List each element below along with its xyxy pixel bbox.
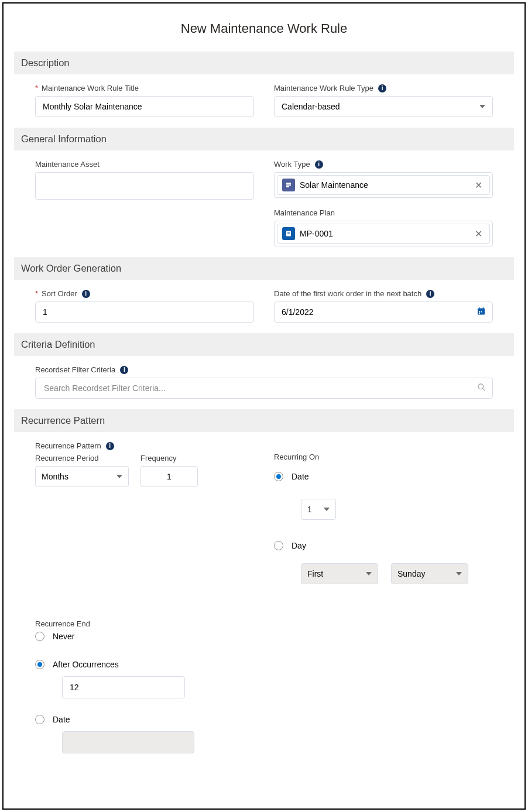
worktype-label: Work Type i <box>274 160 493 169</box>
end-date-input <box>62 731 194 753</box>
svg-line-11 <box>482 388 485 390</box>
day-name-select[interactable]: Sunday <box>391 563 468 584</box>
remove-icon[interactable]: ✕ <box>472 180 485 191</box>
svg-rect-5 <box>479 307 479 309</box>
section-description-header: Description <box>14 52 514 74</box>
info-icon[interactable]: i <box>82 290 90 298</box>
plan-icon <box>282 227 295 240</box>
recurring-on-day-radio[interactable] <box>274 541 283 550</box>
filter-search-input[interactable] <box>35 378 493 399</box>
asset-input[interactable] <box>35 172 254 200</box>
title-label: * Maintenance Work Rule Title <box>35 84 254 92</box>
worktype-field[interactable]: Solar Maintenance ✕ <box>274 172 493 198</box>
section-recurrence-header: Recurrence Pattern <box>14 409 514 432</box>
pattern-label: Recurrence Pattern i <box>35 441 493 450</box>
svg-rect-4 <box>478 309 485 310</box>
svg-rect-7 <box>479 311 480 313</box>
period-label: Recurrence Period <box>35 454 129 462</box>
freq-label: Frequency <box>140 454 198 462</box>
sort-label: * Sort Order i <box>35 289 254 298</box>
first-date-label: Date of the first work order in the next… <box>274 289 493 298</box>
svg-rect-6 <box>483 307 484 309</box>
filter-label: Recordset Filter Criteria i <box>35 365 493 374</box>
svg-rect-1 <box>287 232 290 233</box>
info-icon[interactable]: i <box>106 442 114 450</box>
modal-new-maintenance-work-rule: New Maintenance Work Rule Description * … <box>2 2 526 810</box>
info-icon[interactable]: i <box>315 160 323 169</box>
end-after-radio[interactable] <box>35 660 44 669</box>
recurring-date-select[interactable]: 1 <box>301 499 336 520</box>
page-title: New Maintenance Work Rule <box>14 21 514 36</box>
end-after-input[interactable] <box>62 676 185 698</box>
chevron-down-icon <box>479 105 485 108</box>
type-label: Maintenance Work Rule Type i <box>274 84 493 92</box>
chevron-down-icon <box>116 475 122 478</box>
asset-label: Maintenance Asset <box>35 160 254 169</box>
freq-input[interactable] <box>140 466 198 487</box>
calendar-icon[interactable] <box>476 307 486 318</box>
required-asterisk: * <box>35 84 38 92</box>
worktype-pill: Solar Maintenance ✕ <box>277 175 490 195</box>
recurring-on-day-label: Day <box>292 541 306 550</box>
recurrence-end-label: Recurrence End <box>35 619 493 628</box>
svg-rect-8 <box>481 311 482 313</box>
required-asterisk: * <box>35 289 38 298</box>
type-select[interactable]: Calendar-based <box>274 96 493 117</box>
chevron-down-icon <box>324 508 330 511</box>
worktype-icon <box>282 179 295 191</box>
end-date-label: Date <box>53 715 70 724</box>
sort-input[interactable] <box>35 301 254 323</box>
end-never-radio[interactable] <box>35 632 44 641</box>
info-icon[interactable]: i <box>120 366 128 374</box>
recurring-on-date-label: Date <box>292 472 309 481</box>
info-icon[interactable]: i <box>426 290 434 298</box>
recurring-on-date-radio[interactable] <box>274 472 283 481</box>
plan-field[interactable]: MP-0001 ✕ <box>274 221 493 246</box>
svg-rect-9 <box>479 313 480 314</box>
search-icon <box>477 383 486 393</box>
remove-icon[interactable]: ✕ <box>472 228 485 239</box>
section-workorder-header: Work Order Generation <box>14 257 514 280</box>
title-input[interactable] <box>35 96 254 117</box>
first-date-input[interactable] <box>274 301 493 323</box>
recurring-on-label: Recurring On <box>274 453 493 461</box>
svg-point-10 <box>478 384 484 389</box>
chevron-down-icon <box>456 572 462 575</box>
end-after-label: After Occurrences <box>53 660 119 669</box>
day-ordinal-select[interactable]: First <box>301 563 378 584</box>
section-general-header: General Information <box>14 128 514 150</box>
period-select[interactable]: Months <box>35 466 129 487</box>
info-icon[interactable]: i <box>378 84 386 92</box>
section-criteria-header: Criteria Definition <box>14 333 514 356</box>
end-never-label: Never <box>53 632 74 641</box>
chevron-down-icon <box>366 572 372 575</box>
svg-rect-2 <box>287 234 290 234</box>
plan-pill: MP-0001 ✕ <box>277 224 490 244</box>
plan-label: Maintenance Plan <box>274 208 493 217</box>
end-date-radio[interactable] <box>35 715 44 724</box>
